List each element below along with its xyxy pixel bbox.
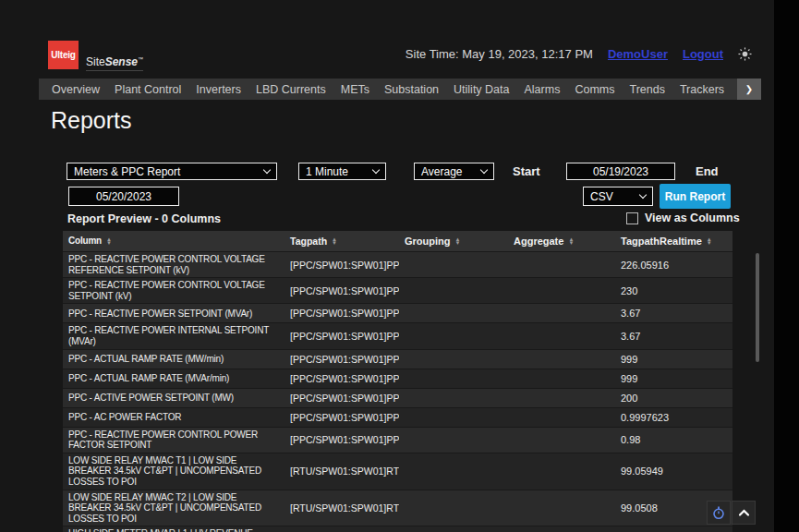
page-title: Reports (51, 107, 132, 134)
cell-aggregate (508, 311, 615, 315)
table-row[interactable]: PPC - REACTIVE POWER SETPOINT (MVAr)[PPC… (63, 303, 732, 322)
cell-grouping (399, 377, 508, 381)
header-right: Site Time: May 19, 2023, 12:17 PM DemoUs… (406, 45, 752, 62)
site-time: Site Time: May 19, 2023, 12:17 PM (406, 47, 593, 61)
cell-tagpath: [PPC/SPW01:SPW01]PPC/HI (284, 306, 399, 320)
cell-tagpath-realtime: 99.05949 (615, 464, 732, 478)
view-as-columns-checkbox-row[interactable]: View as Columns (626, 212, 740, 224)
tab-inverters[interactable]: Inverters (196, 83, 241, 96)
checkbox-icon[interactable] (626, 212, 638, 224)
cell-tagpath: [RTU/SPW01:SPW01]RTU/SI (284, 464, 399, 478)
cell-aggregate (508, 334, 615, 338)
cell-tagpath-realtime: 3.67 (615, 306, 732, 320)
chevron-up-icon (737, 507, 751, 518)
cell-aggregate (508, 396, 615, 400)
cell-column: LOW SIDE RELAY MWAC T1 | LOW SIDE BREAKE… (63, 453, 284, 490)
table-row[interactable]: PPC - REACTIVE POWER CONTROL POWER FACTO… (63, 427, 732, 453)
ulteig-logo: Ulteig (48, 41, 79, 69)
cell-column: PPC - REACTIVE POWER SETPOINT (MVAr) (63, 307, 284, 321)
table-row[interactable]: PPC - ACTUAL RAMP RATE (MW/min)[PPC/SPW0… (63, 349, 732, 369)
table-row[interactable]: PPC - REACTIVE POWER INTERNAL SETPOINT (… (63, 322, 732, 348)
nav-more-button[interactable]: ❯ (737, 79, 761, 100)
cell-column: PPC - ACTUAL RAMP RATE (MVAr/min) (63, 371, 284, 386)
format-select-value: CSV (590, 190, 613, 203)
chevron-down-icon (263, 166, 271, 174)
sort-icon: ▲▼ (568, 237, 574, 246)
column-header-column[interactable]: Column▲▼ (63, 236, 284, 247)
scroll-top-button[interactable] (732, 501, 756, 525)
table-header-row: Column▲▼Tagpath▲▼Grouping▲▼Aggregate▲▼Ta… (63, 231, 732, 251)
tab-trends[interactable]: Trends (629, 83, 664, 96)
theme-sun-icon[interactable] (738, 47, 752, 61)
logout-link[interactable]: Logout (683, 47, 723, 61)
column-header-tagpathrealtime[interactable]: TagpathRealtime▲▼ (615, 236, 732, 247)
cell-tagpath: [PPC/SPW01:SPW01]PPC/HI (284, 352, 399, 367)
user-link[interactable]: DemoUser (608, 47, 668, 61)
view-as-columns-label: View as Columns (645, 212, 740, 224)
format-select[interactable]: CSV (583, 187, 653, 206)
cell-grouping (399, 263, 508, 267)
run-report-button[interactable]: Run Report (660, 184, 731, 209)
cell-grouping (399, 416, 508, 419)
tab-mets[interactable]: METs (341, 83, 369, 96)
cell-grouping (399, 334, 508, 338)
table-row[interactable]: PPC - AC POWER FACTOR[PPC/SPW01:SPW01]PP… (63, 407, 732, 427)
table-body: PPC - REACTIVE POWER CONTROL VOLTAGE REF… (63, 251, 732, 532)
report-select-value: Meters & PPC Report (74, 165, 180, 178)
tab-lbd-currents[interactable]: LBD Currents (256, 83, 326, 96)
aggregate-select[interactable]: Average (414, 163, 494, 180)
cell-tagpath: [PPC/SPW01:SPW01]PPC/HI (284, 391, 399, 405)
chevron-right-icon: ❯ (745, 84, 753, 94)
table-row[interactable]: HIGH SIDE METER MVAR L1 | HV REVENUE CHE… (63, 526, 732, 532)
cell-aggregate (508, 357, 615, 361)
column-header-grouping[interactable]: Grouping▲▼ (399, 236, 508, 247)
cell-tagpath-realtime: 3.67 (615, 329, 732, 344)
sitesense-wordmark: SiteSense™ (86, 55, 143, 71)
tab-plant-control[interactable]: Plant Control (115, 83, 181, 96)
cell-tagpath-realtime: 0.98 (615, 432, 732, 447)
tab-substation[interactable]: Substation (384, 83, 439, 96)
cell-grouping (399, 506, 508, 510)
tab-alarms[interactable]: Alarms (525, 83, 561, 96)
interval-select[interactable]: 1 Minute (298, 163, 386, 180)
brand-sense: Sense (105, 55, 138, 68)
brand-tm: ™ (138, 56, 143, 62)
floating-actions (707, 501, 756, 525)
cell-grouping (399, 357, 508, 361)
column-header-label: TagpathRealtime (621, 236, 702, 247)
table-row[interactable]: PPC - ACTIVE POWER SETPOINT (MW)[PPC/SPW… (63, 388, 732, 407)
chevron-down-icon (639, 191, 647, 199)
cell-tagpath-realtime: 200 (615, 391, 732, 405)
cell-grouping (399, 311, 508, 315)
column-header-aggregate[interactable]: Aggregate▲▼ (508, 236, 615, 247)
chevron-down-icon (372, 166, 380, 174)
table-row[interactable]: PPC - ACTUAL RAMP RATE (MVAr/min)[PPC/SP… (63, 369, 732, 388)
end-date-input[interactable]: 05/20/2023 (68, 187, 179, 206)
report-preview-table: Column▲▼Tagpath▲▼Grouping▲▼Aggregate▲▼Ta… (63, 231, 732, 532)
tab-utility-data[interactable]: Utility Data (454, 83, 509, 96)
cell-tagpath: [RTU/SPW01:SPW01]RTU/SI (284, 501, 399, 515)
table-row[interactable]: PPC - REACTIVE POWER CONTROL VOLTAGE REF… (63, 251, 732, 277)
table-row[interactable]: PPC - REACTIVE POWER CONTROL VOLTAGE SET… (63, 277, 732, 303)
app-window: Ulteig SiteSense™ Site Time: May 19, 202… (0, 0, 774, 532)
cell-aggregate (508, 506, 615, 510)
cell-column: PPC - ACTIVE POWER SETPOINT (MW) (63, 391, 284, 405)
nav-tabs-list: OverviewPlant ControlInvertersLBD Curren… (52, 83, 761, 96)
cell-tagpath-realtime: 230 (615, 284, 732, 298)
cell-aggregate (508, 263, 615, 267)
column-header-tagpath[interactable]: Tagpath▲▼ (284, 236, 399, 247)
table-row[interactable]: LOW SIDE RELAY MWAC T2 | LOW SIDE BREAKE… (63, 490, 732, 526)
sort-icon: ▲▼ (106, 237, 112, 246)
cell-tagpath: [PPC/SPW01:SPW01]PPC/HI (284, 329, 399, 344)
cell-aggregate (508, 416, 615, 419)
start-date-input[interactable]: 05/19/2023 (566, 163, 675, 180)
report-select[interactable]: Meters & PPC Report (67, 163, 277, 180)
tab-comms[interactable]: Comms (575, 83, 614, 96)
cell-column: PPC - ACTUAL RAMP RATE (MW/min) (63, 352, 284, 367)
table-scrollbar-thumb[interactable] (756, 253, 759, 362)
report-preview-title: Report Preview - 0 Columns (67, 212, 221, 225)
tab-trackers[interactable]: Trackers (680, 83, 724, 96)
tab-overview[interactable]: Overview (52, 83, 100, 96)
realtime-timer-button[interactable] (707, 501, 731, 525)
table-row[interactable]: LOW SIDE RELAY MWAC T1 | LOW SIDE BREAKE… (63, 453, 732, 490)
